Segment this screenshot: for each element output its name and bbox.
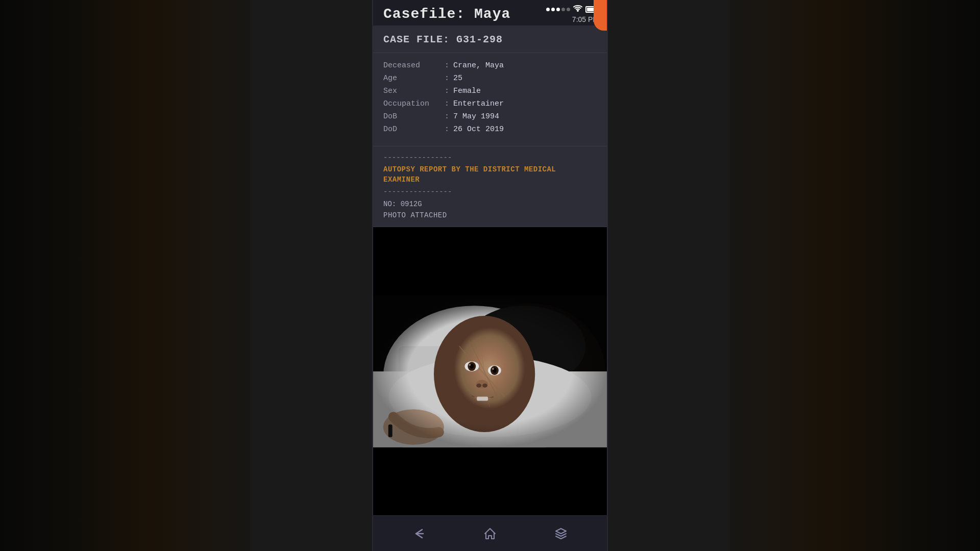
value-dod: 26 Oct 2019 <box>453 125 504 134</box>
menu-icon <box>554 527 568 541</box>
back-button[interactable] <box>406 523 432 544</box>
label-dod: DoD <box>383 125 445 134</box>
status-bar: Casefile: Maya <box>373 0 607 26</box>
back-icon <box>412 527 426 541</box>
info-row-sex: Sex : Female <box>383 87 597 95</box>
dot-5 <box>567 8 570 11</box>
value-sex: Female <box>453 87 481 95</box>
case-file-header: CASE FILE: G31-298 <box>373 26 607 53</box>
info-row-age: Age : 25 <box>383 74 597 83</box>
label-deceased: Deceased <box>383 61 445 70</box>
label-age: Age <box>383 74 445 83</box>
info-row-dod: DoD : 26 Oct 2019 <box>383 125 597 134</box>
phone-screen: Casefile: Maya <box>372 0 608 551</box>
label-sex: Sex <box>383 87 445 95</box>
home-button[interactable] <box>477 523 503 544</box>
report-no-value: 0912G <box>401 200 422 208</box>
info-row-occupation: Occupation : Entertainer <box>383 99 597 108</box>
dot-4 <box>561 8 565 11</box>
content-area: CASE FILE: G31-298 Deceased : Crane, May… <box>373 26 607 515</box>
report-number: NO: 0912G <box>383 200 597 208</box>
label-dob: DoB <box>383 112 445 121</box>
bottom-nav <box>373 515 607 551</box>
status-icons <box>546 5 599 14</box>
report-no-label: NO: <box>383 200 396 208</box>
divider-bottom: ---------------- <box>383 188 597 196</box>
autopsy-photo <box>373 295 607 448</box>
sep-deceased: : <box>445 61 449 70</box>
divider-top: ---------------- <box>383 154 597 162</box>
wifi-icon <box>573 5 582 14</box>
app-title: Casefile: Maya <box>383 6 510 22</box>
autopsy-section: ---------------- AUTOPSY REPORT BY THE D… <box>373 146 607 227</box>
signal-dots <box>546 8 570 11</box>
dot-1 <box>546 8 550 11</box>
value-dob: 7 May 1994 <box>453 112 499 121</box>
sep-sex: : <box>445 87 449 95</box>
info-row-deceased: Deceased : Crane, Maya <box>383 61 597 70</box>
menu-button[interactable] <box>548 523 574 544</box>
background-right <box>730 0 980 551</box>
sep-dod: : <box>445 125 449 134</box>
photo-area <box>373 227 607 515</box>
background-left <box>0 0 250 551</box>
dot-2 <box>551 8 555 11</box>
svg-point-0 <box>577 10 578 11</box>
info-row-dob: DoB : 7 May 1994 <box>383 112 597 121</box>
notch-pill <box>594 0 607 31</box>
sep-occupation: : <box>445 99 449 108</box>
value-deceased: Crane, Maya <box>453 61 504 70</box>
label-occupation: Occupation <box>383 99 445 108</box>
status-right: 7:05 PM <box>546 5 599 23</box>
case-file-title: CASE FILE: G31-298 <box>383 34 597 45</box>
sep-dob: : <box>445 112 449 121</box>
home-icon <box>483 527 497 541</box>
sep-age: : <box>445 74 449 83</box>
autopsy-title: AUTOPSY REPORT BY THE DISTRICT MEDICAL E… <box>383 165 597 185</box>
dot-3 <box>556 8 560 11</box>
value-occupation: Entertainer <box>453 99 504 108</box>
svg-rect-29 <box>373 295 607 447</box>
photo-attached-label: PHOTO ATTACHED <box>383 211 597 219</box>
value-age: 25 <box>453 74 462 83</box>
info-section: Deceased : Crane, Maya Age : 25 Sex : Fe… <box>373 53 607 146</box>
